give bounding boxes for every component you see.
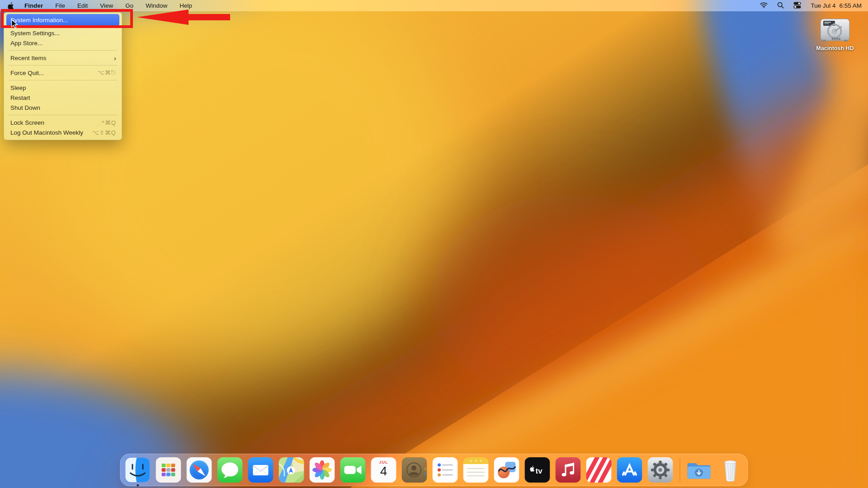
dock-icon-tv[interactable]: tv (525, 457, 550, 483)
shortcut-label: ⌥⌘⎋ (98, 69, 116, 76)
apple-menu-dropdown: System Information... System Settings...… (4, 12, 122, 140)
menubar-menu-file[interactable]: File (55, 2, 65, 9)
dock-icon-calendar[interactable]: JUL 4 (371, 457, 396, 483)
dock-icon-news[interactable] (586, 457, 612, 483)
menubar-menu-edit[interactable]: Edit (77, 2, 88, 9)
dock-icon-reminders[interactable] (433, 457, 458, 483)
menubar-menu-help[interactable]: Help (179, 2, 192, 9)
dock-icon-system-settings[interactable] (648, 457, 673, 483)
desktop-icon-label: Macintosh HD (816, 45, 854, 52)
dock-icon-mail[interactable] (248, 457, 274, 483)
dock-icon-facetime[interactable] (340, 457, 366, 483)
menu-item-shut-down[interactable]: Shut Down (4, 103, 122, 113)
menu-item-label: System Information... (10, 17, 68, 23)
menu-item-force-quit[interactable]: Force Quit... ⌥⌘⎋ (4, 68, 122, 78)
clock-date: Tue Jul 4 (811, 2, 835, 9)
menu-separator (9, 50, 117, 51)
menu-item-label: App Store... (10, 40, 42, 47)
menu-item-label: Shut Down (10, 104, 40, 111)
dock-icon-contacts[interactable] (402, 457, 427, 483)
dock-divider (680, 458, 680, 482)
menu-item-label: Force Quit... (10, 70, 44, 76)
hard-drive-icon (816, 16, 854, 44)
menu-item-app-store[interactable]: App Store... (4, 38, 122, 48)
menubar-menu-finder[interactable]: Finder (24, 2, 43, 9)
apple-menu-button[interactable] (7, 2, 14, 10)
dock-icon-downloads[interactable] (687, 457, 712, 483)
search-icon[interactable] (777, 2, 784, 10)
dock-icon-launchpad[interactable] (156, 457, 181, 483)
tv-label: tv (536, 467, 543, 475)
menu-item-log-out[interactable]: Log Out Macintosh Weekly ⌥⇧⌘Q (4, 127, 122, 137)
menu-bar-left: Finder File Edit View Go Window Help (0, 2, 192, 10)
dock-icon-freeform[interactable] (494, 457, 519, 483)
submenu-chevron-icon: › (114, 54, 116, 62)
dock-icon-app-store[interactable] (617, 457, 642, 483)
desktop-icon-macintosh-hd[interactable]: Macintosh HD (810, 16, 860, 52)
menu-separator (9, 115, 117, 115)
menu-item-label: System Settings... (10, 30, 60, 37)
menu-item-label: Recent Items (10, 55, 47, 61)
menubar-menu-window[interactable]: Window (146, 2, 167, 9)
menu-item-sleep[interactable]: Sleep (4, 83, 122, 93)
dock-icon-safari[interactable] (187, 457, 212, 483)
wifi-icon[interactable] (760, 2, 768, 9)
apple-logo-icon (7, 2, 14, 10)
dock-icon-trash[interactable] (718, 457, 743, 483)
calendar-day-label: 4 (380, 465, 387, 478)
menu-item-label: Log Out Macintosh Weekly (10, 129, 83, 136)
clock-time: 6:55 AM (839, 2, 862, 9)
desktop-wallpaper (0, 0, 868, 488)
menubar-menu-view[interactable]: View (100, 2, 113, 9)
menu-item-lock-screen[interactable]: Lock Screen ^⌘Q (4, 117, 122, 127)
control-center-icon[interactable] (793, 2, 801, 10)
menu-item-restart[interactable]: Restart (4, 93, 122, 103)
menubar-menu-go[interactable]: Go (125, 2, 133, 9)
dock-icon-finder[interactable] (125, 457, 151, 483)
dock-icon-music[interactable] (556, 457, 581, 483)
dock-icon-maps[interactable] (279, 457, 304, 483)
dock-icon-messages[interactable] (217, 457, 243, 483)
dock-icon-photos[interactable] (310, 457, 335, 483)
menu-item-system-information[interactable]: System Information... (6, 14, 119, 26)
shortcut-label: ^⌘Q (102, 119, 116, 126)
menu-bar-status: Tue Jul 4 6:55 AM (760, 2, 868, 10)
menu-item-label: Sleep (10, 84, 26, 91)
menu-item-recent-items[interactable]: Recent Items › (4, 53, 122, 63)
dock-icon-notes[interactable] (463, 457, 489, 483)
running-indicator-dot (137, 484, 139, 487)
menubar-clock[interactable]: Tue Jul 4 6:55 AM (811, 2, 862, 9)
menu-bar: Finder File Edit View Go Window Help (0, 0, 868, 11)
shortcut-label: ⌥⇧⌘Q (92, 129, 116, 136)
menu-item-label: Lock Screen (10, 119, 44, 126)
menu-separator (9, 80, 117, 80)
dock: JUL 4 (120, 454, 748, 486)
menu-item-label: Restart (10, 94, 30, 101)
menu-item-system-settings[interactable]: System Settings... (4, 28, 122, 38)
menu-separator (9, 65, 117, 66)
